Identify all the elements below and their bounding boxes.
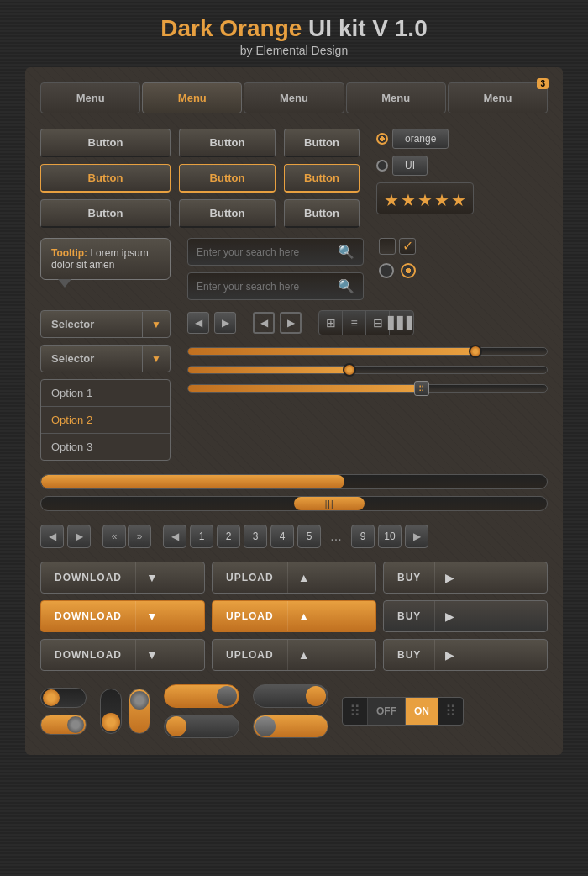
- pag-first[interactable]: ◀: [163, 525, 186, 548]
- pill-on-label[interactable]: ON: [406, 698, 438, 725]
- gray-toggle-2[interactable]: [253, 684, 328, 708]
- pag-double-prev: « »: [102, 525, 151, 548]
- pag-dbl-prev[interactable]: «: [102, 525, 126, 548]
- btn-1-2[interactable]: Button: [40, 164, 171, 193]
- nav-tab-3[interactable]: Menu: [244, 82, 344, 113]
- slider-thumb-1[interactable]: [469, 345, 482, 358]
- radio-2[interactable]: [401, 263, 416, 278]
- selectors-nav-row: Selector ▼ Selector ▼ Option 1 Option 2 …: [40, 310, 548, 461]
- download-btn-2[interactable]: DOWNLOAD ▼: [40, 600, 205, 632]
- pag-5[interactable]: 5: [297, 525, 321, 548]
- arrow-next-single[interactable]: ▶: [214, 312, 236, 334]
- pag-1[interactable]: 1: [190, 525, 213, 548]
- vertical-toggle-2[interactable]: [129, 689, 150, 734]
- pag-10[interactable]: 10: [378, 525, 402, 548]
- btn-1-1[interactable]: Button: [40, 129, 171, 157]
- pag-last[interactable]: ▶: [405, 525, 428, 548]
- dropdown-menu: Option 1 Option 2 Option 3: [40, 379, 171, 461]
- upload-icon-1: ▲: [287, 562, 320, 593]
- nav-tab-2[interactable]: Menu: [142, 82, 242, 113]
- download-btn-1[interactable]: DOWNLOAD ▼: [40, 562, 205, 594]
- nav-tab-1[interactable]: Menu: [40, 82, 140, 113]
- pag-2[interactable]: 2: [217, 525, 240, 548]
- download-label-1: DOWNLOAD: [41, 563, 135, 592]
- slider-track-3[interactable]: ⠿: [187, 384, 548, 393]
- star-3: ★: [417, 190, 433, 210]
- radio-orange[interactable]: [376, 133, 388, 145]
- btn-2-3[interactable]: Button: [179, 199, 276, 228]
- download-btn-3[interactable]: DOWNLOAD ▼: [40, 639, 205, 671]
- arrow-next-outline[interactable]: ▶: [280, 312, 302, 334]
- radio-ui[interactable]: [376, 160, 388, 172]
- buy-btn-3[interactable]: BUY ▶: [383, 639, 548, 671]
- star-2: ★: [401, 190, 416, 210]
- btn-3-1[interactable]: Button: [284, 129, 360, 157]
- vertical-toggle-1[interactable]: [100, 689, 122, 734]
- gray-toggle-3[interactable]: [253, 715, 328, 738]
- arrow-prev-outline[interactable]: ◀: [253, 312, 275, 334]
- slider-track-2[interactable]: [187, 366, 548, 374]
- orange-toggle-1[interactable]: [164, 684, 239, 708]
- selector-1[interactable]: Selector ▼: [40, 310, 171, 338]
- pag-3[interactable]: 3: [244, 525, 267, 548]
- toggles-section: ⠿ OFF ON ⠿: [40, 684, 548, 738]
- checkbox-checked[interactable]: ✓: [399, 238, 416, 255]
- search-input-1[interactable]: [197, 246, 338, 258]
- pill-toggle[interactable]: ⠿ OFF ON ⠿: [342, 697, 464, 726]
- slider-thumb-2[interactable]: [343, 363, 356, 377]
- scrollbar-grip: |||: [325, 499, 334, 509]
- selector-2[interactable]: Selector ▼: [40, 345, 171, 372]
- buy-btn-1[interactable]: BUY ▶: [383, 562, 548, 594]
- action-btn-row-1: DOWNLOAD ▼ UPLOAD ▲ BUY ▶: [40, 562, 548, 594]
- dropdown-option-1[interactable]: Option 1: [41, 380, 170, 407]
- tag-orange: orange: [376, 129, 474, 149]
- check-radio-column: ✓: [379, 238, 416, 278]
- view-columns[interactable]: ⊟: [366, 311, 390, 335]
- view-list[interactable]: ≡: [343, 311, 366, 335]
- pagination: ◀ ▶ « » ◀ 1 2 3 4 5 ... 9 10 ▶: [40, 525, 548, 548]
- gray-toggle-1[interactable]: [164, 715, 239, 738]
- pag-arrow-prev[interactable]: ◀: [40, 525, 64, 548]
- view-grid[interactable]: ⊞: [319, 311, 343, 335]
- upload-btn-2[interactable]: UPLOAD ▲: [212, 600, 376, 632]
- buy-btn-2[interactable]: BUY ▶: [383, 600, 548, 632]
- arrow-prev-single[interactable]: ◀: [187, 312, 209, 334]
- nav-tab-5[interactable]: Menu3: [448, 82, 548, 113]
- button-col-1: Button Button Button: [40, 129, 171, 228]
- pag-arrow-next[interactable]: ▶: [67, 525, 91, 548]
- nav-tab-4[interactable]: Menu: [346, 82, 446, 113]
- search-icon-2: 🔍: [338, 278, 354, 294]
- btn-3-2[interactable]: Button: [284, 164, 360, 193]
- btn-2-2[interactable]: Button: [179, 164, 276, 193]
- pag-4[interactable]: 4: [270, 525, 294, 548]
- buttons-row: Button Button Button Button Button Butto…: [40, 129, 548, 228]
- pill-off-label[interactable]: OFF: [368, 698, 406, 725]
- main-content: Menu Menu Menu Menu Menu3 Button Button …: [25, 67, 563, 755]
- slider-thumb-3-square[interactable]: ⠿: [414, 381, 429, 396]
- btn-3-3[interactable]: Button: [284, 199, 360, 228]
- checkbox-unchecked[interactable]: [379, 238, 396, 255]
- upload-btn-1[interactable]: UPLOAD ▲: [212, 562, 376, 594]
- controls-sliders: ◀ ▶ ◀ ▶ ⊞ ≡ ⊟ ▋▋▋: [187, 310, 548, 403]
- toggle-2[interactable]: [40, 715, 87, 735]
- selectors-area: Selector ▼ Selector ▼ Option 1 Option 2 …: [40, 310, 171, 461]
- pag-9[interactable]: 9: [351, 525, 375, 548]
- title-dark: Dark Orange: [160, 15, 302, 41]
- radio-1[interactable]: [379, 263, 394, 278]
- upload-btn-3[interactable]: UPLOAD ▲: [212, 639, 376, 671]
- stars-container[interactable]: ★ ★ ★ ★ ★: [376, 182, 474, 214]
- btn-2-1[interactable]: Button: [179, 129, 276, 157]
- progress-bar-1: [40, 474, 548, 489]
- dropdown-option-3[interactable]: Option 3: [41, 434, 170, 460]
- pag-dbl-next[interactable]: »: [128, 525, 151, 548]
- slider-fill-2: [188, 367, 349, 373]
- search-input-2[interactable]: [197, 281, 338, 293]
- checkbox-1: ✓: [379, 238, 416, 255]
- btn-1-3[interactable]: Button: [40, 199, 171, 228]
- scrollbar-thumb[interactable]: |||: [294, 497, 365, 510]
- toggle-1[interactable]: [40, 688, 87, 708]
- scrollbar-track[interactable]: |||: [40, 496, 548, 511]
- dropdown-option-2[interactable]: Option 2: [41, 407, 170, 434]
- view-barcode[interactable]: ▋▋▋: [390, 311, 413, 335]
- slider-track-1[interactable]: [187, 347, 548, 356]
